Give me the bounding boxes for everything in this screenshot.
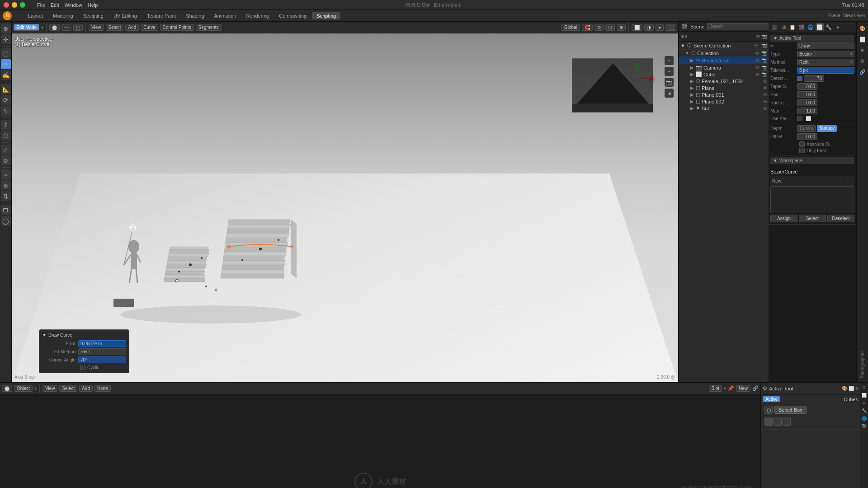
female-eye[interactable]: 👁 — [763, 79, 768, 84]
node-view-menu[interactable]: View — [42, 385, 58, 392]
maximize-button[interactable] — [20, 2, 25, 8]
outliner-item-plane001[interactable]: ▶ ▢ Plane.001 👁 — [679, 91, 769, 98]
select-button[interactable]: Select — [799, 215, 826, 222]
bottom-panel-icon-3[interactable]: ≡ — [855, 386, 858, 391]
outliner-toggle-render[interactable]: 📷 — [761, 34, 767, 39]
node-node-menu[interactable]: Node — [94, 385, 111, 392]
prop-object-icon[interactable]: ⬜ — [816, 23, 824, 31]
cursor-tool[interactable]: ⊕ — [1, 23, 11, 33]
outliner-item-camera[interactable]: ▶ 📷 Camera 👁 📷 — [679, 64, 769, 71]
node-link-icon[interactable]: 🔗 — [752, 385, 759, 391]
camera-render[interactable]: 📷 — [761, 65, 768, 70]
corner-angle-value[interactable]: 70° — [78, 357, 126, 363]
deselect-button[interactable]: Deselect — [827, 215, 854, 222]
tab-scripting[interactable]: Scripting — [312, 12, 340, 19]
depth-cursor-btn[interactable]: Cursor — [797, 125, 816, 132]
error-value[interactable]: 0.06879 m — [78, 340, 126, 347]
outliner-item-female[interactable]: ▶ ⬡ Female_021_100k 👁 — [679, 78, 769, 84]
bisect-tool[interactable]: ⊘ — [1, 155, 11, 165]
transform-tool[interactable]: ⟳ — [1, 95, 11, 105]
detect-checkbox[interactable] — [797, 76, 802, 81]
tab-animation[interactable]: Animation — [210, 12, 241, 19]
tab-compositing[interactable]: Compositing — [274, 12, 311, 19]
to-sphere-tool[interactable]: ◯ — [1, 216, 11, 226]
tab-texture-paint[interactable]: Texture Paint — [142, 12, 180, 19]
node-select-menu[interactable]: Select — [59, 385, 77, 392]
node-slot-btn[interactable]: Slot — [709, 385, 722, 392]
node-slot-dropdown[interactable]: ▾ — [724, 386, 726, 391]
prop-icon-btn-2[interactable]: ⬜ — [858, 34, 868, 44]
tab-shading[interactable]: Shading — [181, 12, 208, 19]
bottom-sidebar-icon-4[interactable]: 🔧 — [861, 408, 867, 414]
material-slot-2[interactable] — [774, 418, 782, 426]
outliner-item-cube[interactable]: ▶ ⬜ Cube 👁 📷 — [679, 71, 769, 78]
material-slot-1[interactable] — [764, 418, 773, 426]
cyclic-checkbox[interactable] — [80, 365, 85, 370]
node-pin-icon[interactable]: 📌 — [728, 385, 734, 391]
scale-tool[interactable]: ⤡ — [1, 106, 11, 116]
plane-eye[interactable]: 👁 — [763, 85, 768, 91]
beziercurve-camera[interactable]: 📷 — [761, 57, 768, 63]
add-menu[interactable]: Add — [125, 24, 139, 31]
object-mode-dropdown[interactable]: ▾ — [34, 386, 37, 391]
proportional-editing[interactable]: ⊙ — [594, 24, 604, 31]
prop-icon-btn-3[interactable]: ≡ — [858, 45, 868, 55]
select-tool[interactable]: ▢ — [1, 48, 11, 58]
vertex-select[interactable]: ⬤ — [49, 24, 60, 31]
prop-icon-btn-1[interactable]: 🎨 — [858, 23, 868, 33]
view-menu[interactable]: View — [89, 24, 104, 31]
camera-eye[interactable]: 👁 — [755, 65, 760, 70]
prop-icon-btn-4[interactable]: ⚙ — [858, 56, 868, 66]
outliner-item-plane[interactable]: ▶ ▢ Plane 👁 — [679, 84, 769, 91]
collection-item[interactable]: ▼ ⬡ Collection 👁 📷 — [679, 50, 769, 56]
tab-modeling[interactable]: Modeling — [48, 12, 78, 19]
viewport-shading-2[interactable]: ◑ — [644, 24, 654, 31]
plane001-eye[interactable]: 👁 — [763, 92, 768, 98]
move-tool[interactable]: ✛ — [1, 34, 11, 44]
edit-mode-selector[interactable]: Edit Mode — [14, 24, 39, 31]
outliner-toggle-visibility[interactable]: 👁 — [756, 34, 760, 39]
prop-icon-btn-5[interactable]: 🔗 — [858, 67, 868, 77]
scene-collection-eye[interactable]: 👁 — [754, 43, 758, 48]
tab-sculpting[interactable]: Sculpting — [79, 12, 108, 19]
snap-btn[interactable]: 🧲 — [582, 24, 593, 31]
edge-select[interactable]: — — [61, 24, 71, 31]
blender-menu-edit[interactable]: Edit — [48, 1, 62, 9]
prop-view-layer-icon[interactable]: 📋 — [788, 23, 797, 31]
measure-tool[interactable]: 📐 — [1, 84, 11, 94]
material-minus-icon[interactable]: − — [850, 178, 853, 183]
cube-eye[interactable]: 👁 — [755, 72, 760, 77]
tab-rendering[interactable]: Rendering — [241, 12, 274, 19]
material-slot-3[interactable] — [783, 418, 791, 426]
detect-value[interactable]: 70 — [804, 75, 824, 82]
bottom-sidebar-icon-2[interactable]: ⬜ — [861, 392, 867, 399]
draw-tool[interactable]: ✏ — [1, 59, 11, 69]
blender-menu-window[interactable]: Window — [62, 1, 85, 9]
outliner-filter-icon[interactable]: ⊞ — [680, 34, 684, 39]
frame-selected-btn[interactable]: ⊞ — [665, 89, 674, 98]
smooth-tool[interactable]: ≈ — [1, 169, 11, 179]
viewport-shading-1[interactable]: ⬜ — [632, 24, 642, 31]
zoom-in-btn[interactable]: + — [665, 56, 674, 65]
prop-output-icon[interactable]: 🖥 — [779, 23, 788, 31]
outliner-search[interactable] — [707, 23, 769, 30]
use-pre-checkbox[interactable] — [797, 116, 802, 121]
only-first-checkbox[interactable] — [799, 148, 805, 153]
collection-expand-icon[interactable]: ▼ — [680, 43, 685, 48]
taper-s-value[interactable]: 0.00 — [797, 83, 817, 90]
type-value[interactable]: Bezier ▾ — [797, 51, 854, 57]
workspace-header[interactable]: ▼ Workspace — [770, 157, 854, 164]
object-mode-btn[interactable]: Object — [14, 385, 33, 392]
node-new-btn[interactable]: New — [736, 385, 750, 392]
annotate-tool[interactable]: ✍ — [1, 70, 11, 80]
viewport-shading-4[interactable]: ⬛ — [665, 24, 676, 31]
3d-viewport[interactable]: User Perspective (1) BezierCurve X Y — [12, 33, 678, 382]
zoom-out-btn[interactable]: − — [665, 67, 674, 76]
bottom-sidebar-icon-3[interactable]: ● — [861, 400, 867, 406]
outliner-item-beziercurve[interactable]: ▶ 〜 BezierCurve 👁 📷 — [679, 56, 769, 64]
scene-selector[interactable]: Scene — [827, 13, 840, 18]
camera-view-btn[interactable]: 📷 — [665, 78, 674, 87]
outliner-item-plane002[interactable]: ▶ ▢ Plane.002 👁 — [679, 98, 769, 105]
collection-expand[interactable]: ▼ — [685, 51, 689, 56]
curve-menu[interactable]: Curve — [141, 24, 158, 31]
